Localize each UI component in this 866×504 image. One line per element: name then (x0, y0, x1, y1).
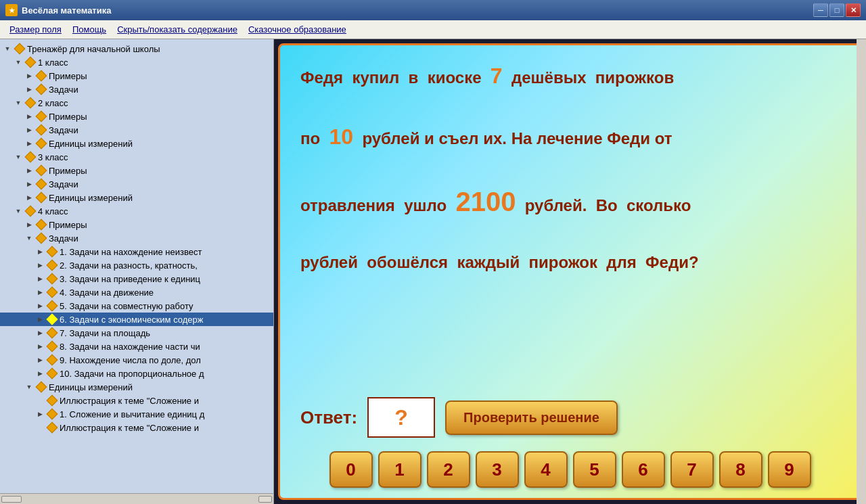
arrow-icon: ▶ (24, 193, 34, 202)
tree-label: 2 класс (38, 98, 273, 108)
tree-item-task6[interactable]: ▶ 6. Задачи с экономическим содерж (0, 313, 273, 326)
tree-item-units-task1[interactable]: ▶ 1. Сложение и вычитание единиц д (0, 407, 273, 421)
number-7: 7 (491, 64, 503, 88)
tree-label: 1. Сложение и вычитание единиц д (60, 409, 273, 419)
tree-label: 5. Задачи на совместную работу (60, 301, 273, 311)
tree-item-task1[interactable]: ▶ 1. Задачи на нахождение неизвест (0, 245, 273, 258)
tree-item-task2[interactable]: ▶ 2. Задачи на разность, кратность, (0, 258, 273, 272)
menu-item-help[interactable]: Помощь (67, 22, 112, 37)
tree-label: Тренажёр для начальной школы (27, 44, 273, 54)
num-btn-6[interactable]: 6 (622, 451, 665, 488)
tree-item-task10[interactable]: ▶ 10. Задачи на пропорциональное д (0, 367, 273, 380)
content-scrollbar[interactable] (857, 39, 866, 504)
tree-item-class3-examples[interactable]: ▶ Примеры (0, 164, 273, 177)
tree-item-class4-units[interactable]: ▼ Единицы измерений (0, 380, 273, 394)
tree-label: Иллюстрация к теме "Сложение и (60, 396, 273, 406)
menu-item-fairy-education[interactable]: Сказочное образование (243, 22, 352, 37)
number-pad: 0 1 2 3 4 5 6 7 8 9 (300, 451, 840, 488)
tree-label: 10. Задачи на пропорциональное д (60, 369, 273, 379)
diamond-icon (36, 165, 47, 176)
diamond-icon (47, 273, 58, 284)
tree-item-task3[interactable]: ▶ 3. Задачи на приведение к единиц (0, 272, 273, 285)
diamond-icon (47, 422, 58, 433)
diamond-icon (47, 341, 58, 352)
arrow-icon: ▶ (35, 328, 45, 338)
arrow-icon: ▶ (35, 288, 45, 297)
arrow-icon (35, 396, 45, 405)
tree-item-class3[interactable]: ▼ 3 класс (0, 150, 273, 164)
problem-line2: по 10 рублей и съел их. На лечение Феди … (300, 129, 673, 147)
tree-item-class4-examples[interactable]: ▶ Примеры (0, 218, 273, 231)
diamond-icon (47, 409, 58, 419)
menu-item-field-size[interactable]: Размер поля (4, 22, 67, 37)
tree-item-units-illus2[interactable]: Иллюстрация к теме "Сложение и (0, 421, 273, 434)
tree-item-task8[interactable]: ▶ 8. Задачи на нахождение части чи (0, 340, 273, 353)
tree-item-task5[interactable]: ▶ 5. Задачи на совместную работу (0, 299, 273, 313)
num-btn-0[interactable]: 0 (329, 451, 373, 488)
answer-value: ? (394, 405, 408, 430)
arrow-icon: ▶ (24, 166, 34, 175)
tree-label: 4 класс (38, 206, 273, 216)
problem-line4: рублей обошёлся каждый пирожок для Феди? (300, 253, 699, 271)
tree-item-class2[interactable]: ▼ 2 класс (0, 96, 273, 110)
number-2100: 2100 (455, 187, 516, 216)
num-btn-9[interactable]: 9 (768, 451, 811, 488)
num-btn-2[interactable]: 2 (427, 451, 470, 488)
tree-label: Примеры (49, 71, 273, 81)
tree-item-units-illus1[interactable]: Иллюстрация к теме "Сложение и (0, 394, 273, 407)
sidebar-scroll[interactable]: ▼ Тренажёр для начальной школы ▼ 1 класс… (0, 39, 273, 493)
tree-item-class1-examples[interactable]: ▶ Примеры (0, 69, 273, 83)
tree-item-root[interactable]: ▼ Тренажёр для начальной школы (0, 42, 273, 55)
arrow-icon: ▶ (24, 112, 34, 121)
diamond-icon (36, 111, 47, 122)
check-button[interactable]: Проверить решение (445, 400, 618, 435)
close-button[interactable]: ✕ (846, 3, 861, 17)
diamond-icon (25, 57, 36, 68)
diamond-icon (47, 395, 58, 406)
arrow-icon: ▶ (24, 220, 34, 229)
diamond-icon (36, 124, 47, 135)
tree-item-task7[interactable]: ▶ 7. Задачи на площадь (0, 326, 273, 340)
answer-box[interactable]: ? (367, 397, 435, 438)
tree-item-class2-examples[interactable]: ▶ Примеры (0, 110, 273, 123)
maximize-button[interactable]: □ (829, 3, 844, 17)
tree-label: 9. Нахождение числа по доле, дол (60, 355, 273, 365)
tree-item-class2-units[interactable]: ▶ Единицы измерений (0, 137, 273, 150)
diamond-icon (25, 152, 36, 162)
arrow-icon: ▶ (35, 301, 45, 311)
tree-item-class4[interactable]: ▼ 4 класс (0, 204, 273, 218)
num-btn-7[interactable]: 7 (670, 451, 714, 488)
tree-label: Задачи (49, 125, 273, 135)
diamond-icon (47, 368, 58, 379)
sidebar-hscrollbar[interactable] (0, 493, 273, 504)
tree-label: Задачи (49, 233, 273, 244)
arrow-icon: ▼ (14, 98, 23, 108)
tree-item-class2-tasks[interactable]: ▶ Задачи (0, 123, 273, 137)
arrow-icon: ▶ (35, 409, 45, 419)
menu-bar: Размер поля Помощь Скрыть/показать содер… (0, 20, 866, 39)
num-btn-1[interactable]: 1 (378, 451, 421, 488)
tree-label: Единицы измерений (49, 193, 273, 203)
arrow-icon: ▼ (14, 206, 23, 216)
diamond-icon (14, 43, 25, 54)
arrow-icon: ▶ (35, 355, 45, 365)
tree-item-class4-tasks[interactable]: ▼ Задачи (0, 231, 273, 245)
menu-item-toggle-content[interactable]: Скрыть/показать содержание (112, 22, 243, 37)
tree-item-class3-tasks[interactable]: ▶ Задачи (0, 177, 273, 191)
problem-line1: Федя купил в киоске 7 дешёвых пирожков (300, 68, 674, 87)
diamond-icon (47, 246, 58, 257)
tree-item-class3-units[interactable]: ▶ Единицы измерений (0, 191, 273, 204)
diamond-icon (47, 314, 58, 325)
tree-item-class1[interactable]: ▼ 1 класс (0, 55, 273, 69)
tree-label: 7. Задачи на площадь (60, 328, 273, 338)
num-btn-3[interactable]: 3 (476, 451, 519, 488)
tree-item-task4[interactable]: ▶ 4. Задачи на движение (0, 285, 273, 299)
app-icon: ★ (5, 4, 18, 16)
num-btn-5[interactable]: 5 (573, 451, 616, 488)
num-btn-8[interactable]: 8 (719, 451, 762, 488)
tree-item-class1-tasks[interactable]: ▶ Задачи (0, 83, 273, 96)
tree-item-task9[interactable]: ▶ 9. Нахождение числа по доле, дол (0, 353, 273, 367)
arrow-icon: ▶ (35, 369, 45, 378)
minimize-button[interactable]: ─ (813, 3, 828, 17)
num-btn-4[interactable]: 4 (524, 451, 568, 488)
